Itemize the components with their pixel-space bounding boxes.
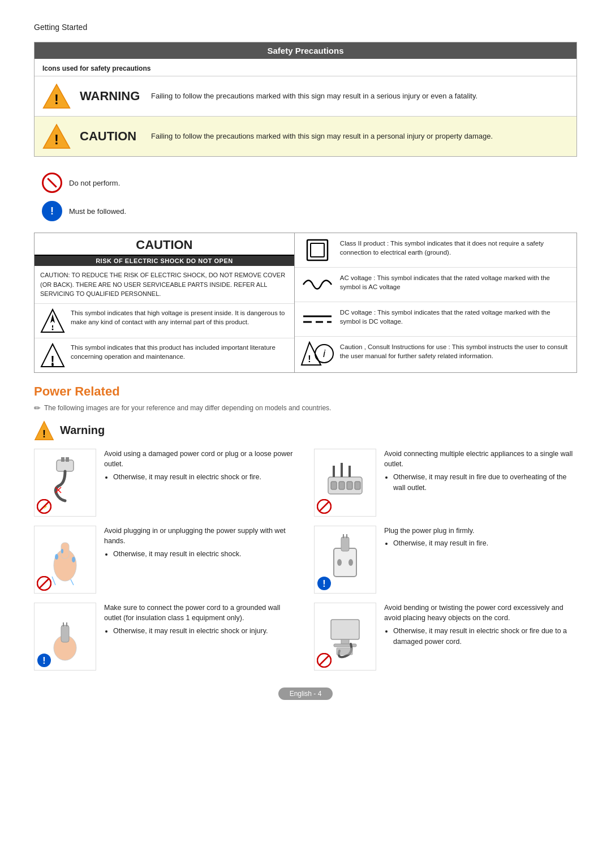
power-text-damaged-cord: Avoid using a damaged power cord or plug… (104, 449, 297, 484)
power-img-grounded-outlet: ! (34, 603, 96, 671)
power-img-wet-hands (34, 526, 96, 594)
no-entry-icon-1 (37, 499, 51, 514)
important-literature-item: ! This symbol indicates that this produc… (35, 338, 294, 372)
no-entry-icon-2 (317, 499, 332, 514)
power-item-plug-firmly: ! Plug the power plug in firmly. Otherwi… (314, 526, 577, 594)
svg-point-43 (55, 554, 58, 560)
power-text-plug-firmly: Plug the power plug in firmly. Otherwise… (384, 526, 577, 551)
svg-line-46 (52, 577, 55, 585)
warning-label: WARNING (80, 89, 142, 104)
svg-rect-34 (347, 482, 352, 489)
svg-text:!: ! (308, 354, 311, 364)
svg-text:!: ! (42, 428, 46, 439)
svg-line-49 (39, 578, 49, 588)
class-ii-icon (300, 238, 334, 263)
svg-rect-67 (337, 648, 352, 655)
consult-instructions-item: ! i Caution , Consult Instructions for u… (295, 337, 576, 371)
svg-text:!: ! (54, 92, 59, 107)
power-text-wet-hands: Avoid plugging in or unplugging the powe… (104, 526, 297, 561)
warning-heading-icon: ! (34, 420, 54, 441)
svg-text:!: ! (42, 656, 45, 665)
ac-voltage-icon (300, 272, 334, 297)
reference-note: ✏ The following images are for your refe… (34, 403, 577, 412)
ac-voltage-item: AC voltage : This symbol indicates that … (295, 268, 576, 302)
warning-triangle-icon: ! (42, 82, 71, 110)
caution-triangle-icon: ! (42, 122, 71, 151)
must-follow-icon-5: ! (37, 653, 51, 668)
big-caution-right: Class II product : This symbol indicates… (295, 233, 576, 372)
power-text-bending-cord: Avoid bending or twisting the power cord… (384, 603, 577, 648)
big-caution-left: CAUTION RISK OF ELECTRIC SHOCK DO NOT OP… (35, 233, 295, 372)
svg-line-69 (319, 655, 329, 665)
class-ii-item: Class II product : This symbol indicates… (295, 233, 576, 268)
power-img-damaged-cord: ⚡ (34, 449, 96, 517)
dc-voltage-icon (300, 307, 334, 332)
big-caution-text: CAUTION: TO REDUCE THE RISK OF ELECTRIC … (35, 266, 294, 303)
svg-point-45 (61, 549, 63, 553)
svg-rect-25 (66, 457, 69, 462)
do-not-perform-row: Do not perform. (34, 167, 577, 195)
svg-point-7 (52, 328, 54, 330)
dc-voltage-item: DC voltage : This symbol indicates that … (295, 302, 576, 337)
svg-line-40 (319, 501, 329, 512)
big-caution-box: CAUTION RISK OF ELECTRIC SHOCK DO NOT OP… (34, 233, 577, 373)
safety-title: Safety Precautions (35, 42, 576, 59)
power-img-bending-cord (314, 603, 376, 671)
svg-marker-17 (302, 342, 321, 365)
big-caution-title: CAUTION (35, 233, 294, 256)
svg-point-44 (72, 557, 75, 562)
svg-rect-53 (341, 537, 349, 551)
svg-line-47 (71, 579, 74, 585)
high-voltage-icon (40, 308, 65, 333)
svg-point-52 (348, 559, 353, 566)
power-related-title: Power Related (34, 384, 577, 399)
caution-row: ! CAUTION Failing to follow the precauti… (35, 116, 576, 156)
power-img-plug-firmly: ! (314, 526, 376, 594)
caution-description: Failing to follow the precautions marked… (151, 131, 569, 142)
safety-section: Safety Precautions Icons used for safety… (34, 42, 577, 157)
getting-started-label: Getting Started (34, 23, 577, 32)
dc-voltage-text: DC voltage : This symbol indicates that … (340, 307, 571, 326)
svg-rect-64 (331, 620, 359, 639)
svg-line-30 (39, 501, 49, 512)
warning-heading-label: Warning (60, 424, 105, 437)
power-item-damaged-cord: ⚡ Avoid using a damaged power cord or pl… (34, 449, 297, 517)
warning-heading: ! Warning (34, 420, 577, 441)
no-entry-icon-3 (37, 576, 51, 591)
power-img-multiple-outlets (314, 449, 376, 517)
must-follow-text: Must be followed. (69, 207, 126, 216)
class-ii-text: Class II product : This symbol indicates… (340, 238, 571, 257)
power-item-wet-hands: Avoid plugging in or unplugging the powe… (34, 526, 297, 594)
icons-label: Icons used for safety precautions (35, 59, 576, 76)
power-text-grounded-outlet: Make sure to connect the power cord to a… (104, 603, 297, 638)
svg-point-51 (337, 559, 342, 566)
svg-marker-5 (50, 314, 55, 323)
consult-instructions-text: Caution , Consult Instructions for use :… (340, 341, 571, 360)
must-follow-row: ! Must be followed. (34, 195, 577, 224)
no-perform-icon (42, 173, 62, 193)
svg-rect-33 (339, 482, 345, 489)
power-text-multiple-outlets: Avoid connecting multiple electric appli… (384, 449, 577, 495)
important-literature-icon: ! (40, 343, 65, 368)
power-item-bending-cord: Avoid bending or twisting the power cord… (314, 603, 577, 671)
caution-label: CAUTION (80, 129, 142, 144)
page-badge: English - 4 (278, 687, 333, 700)
pencil-icon: ✏ (34, 403, 41, 412)
svg-point-10 (51, 364, 54, 366)
important-literature-text: This symbol indicates that this product … (71, 343, 289, 361)
big-caution-subtitle: RISK OF ELECTRIC SHOCK DO NOT OPEN (35, 256, 294, 266)
must-follow-icon-4: ! (317, 576, 332, 591)
svg-rect-35 (355, 482, 360, 489)
high-voltage-text: This symbol indicates that high voltage … (71, 308, 289, 326)
warning-description: Failing to follow the precautions marked… (151, 91, 569, 102)
svg-rect-66 (334, 644, 356, 647)
power-item-multiple-outlets: Avoid connecting multiple electric appli… (314, 449, 577, 517)
power-grid: ⚡ Avoid using a damaged power cord or pl… (34, 449, 577, 671)
ac-voltage-text: AC voltage : This symbol indicates that … (340, 272, 571, 291)
power-item-grounded-outlet: ! Make sure to connect the power cord to… (34, 603, 297, 671)
consult-instructions-icon: ! i (300, 341, 334, 366)
svg-text:i: i (323, 348, 326, 359)
svg-rect-23 (57, 460, 74, 471)
must-follow-icon: ! (42, 201, 62, 221)
no-entry-icon-6 (317, 653, 332, 668)
